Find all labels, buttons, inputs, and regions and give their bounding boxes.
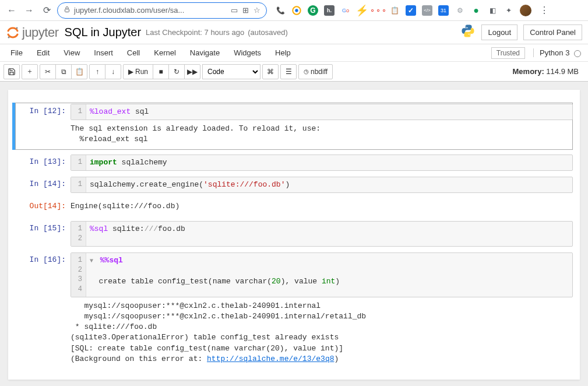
- menu-kernel[interactable]: Kernel: [147, 46, 183, 59]
- svg-point-5: [466, 26, 467, 27]
- input-prompt: In [14]:: [15, 177, 71, 193]
- code-cell[interactable]: In [14]: 1 sqlalchemy.create_engine('sql…: [15, 176, 573, 194]
- python-logo-icon: [460, 23, 476, 42]
- memory-indicator: Memory: 114.9 MB: [513, 67, 585, 76]
- notebook-container: In [12]: 1 %load_ext sql The sql extensi…: [0, 82, 588, 386]
- move-up-button[interactable]: ↑: [89, 64, 105, 79]
- logout-button[interactable]: Logout: [481, 24, 517, 40]
- table-of-contents-button[interactable]: ☰: [280, 64, 297, 79]
- notebook: In [12]: 1 %load_ext sql The sql extensi…: [8, 90, 580, 380]
- cell-output: The sql extension is already loaded. To …: [71, 120, 573, 148]
- menu-insert[interactable]: Insert: [87, 46, 120, 59]
- ext-icon-12[interactable]: ⚙: [455, 5, 465, 16]
- ext-icon-10[interactable]: </>: [422, 5, 432, 16]
- input-prompt: In [15]:: [15, 221, 71, 247]
- paste-button[interactable]: 📋: [71, 64, 87, 79]
- trusted-badge[interactable]: Trusted: [491, 47, 525, 59]
- line-gutter: 1: [71, 155, 86, 170]
- notebook-title[interactable]: SQL in Jupyter: [65, 26, 142, 39]
- ext-icon-2[interactable]: [291, 5, 302, 16]
- extension-icons: 📞 G h. Go ⚡ ⚬⚬⚬ 📋 ✓ </> 31 ⚙ ● ◧ ✦ ⋮: [275, 3, 551, 17]
- restart-button[interactable]: ↻: [168, 64, 185, 79]
- input-prompt: In [16]:: [15, 252, 71, 368]
- code-input[interactable]: 1 sqlalchemy.create_engine('sqlite:///fo…: [71, 177, 573, 193]
- ext-icon-3[interactable]: G: [308, 5, 318, 16]
- input-prompt: In [13]:: [15, 155, 71, 171]
- install-icon[interactable]: ⊞: [242, 6, 249, 15]
- ext-icon-11[interactable]: 31: [438, 5, 449, 16]
- line-gutter: 1 2: [71, 222, 86, 246]
- svg-point-2: [295, 9, 298, 12]
- cell-output: mysql://sqoopuser:***@cxln2.c.thelab-240…: [71, 297, 573, 368]
- copy-button[interactable]: ⧉: [55, 64, 72, 79]
- control-panel-button[interactable]: Control Panel: [523, 24, 582, 40]
- code-cell[interactable]: In [16]: 1 2 3 4 ▼ %%sql create table co…: [15, 251, 573, 369]
- browser-menu-icon[interactable]: ⋮: [537, 3, 551, 17]
- forward-button[interactable]: →: [22, 3, 36, 17]
- command-palette-button[interactable]: ⌘: [262, 64, 279, 79]
- extensions-menu-icon[interactable]: ✦: [504, 5, 514, 16]
- line-gutter: 1 2 3 4: [71, 253, 86, 297]
- ext-icon-4[interactable]: h.: [324, 5, 335, 16]
- jupyter-logo-icon: [6, 26, 20, 40]
- restart-run-all-button[interactable]: ▶▶: [184, 64, 200, 79]
- code-cell[interactable]: In [12]: 1 %load_ext sql The sql extensi…: [12, 103, 573, 150]
- code-input[interactable]: 1 2 %sql sqlite:///foo.db: [71, 221, 573, 247]
- translate-icon[interactable]: ▭: [231, 6, 238, 15]
- svg-point-3: [16, 27, 18, 29]
- ext-icon-5[interactable]: Go: [340, 5, 351, 16]
- add-cell-button[interactable]: ＋: [22, 64, 38, 79]
- menu-edit[interactable]: Edit: [30, 46, 57, 59]
- code-input[interactable]: 1 %load_ext sql: [71, 104, 573, 120]
- interrupt-button[interactable]: ■: [153, 64, 169, 79]
- line-gutter: 1: [71, 104, 86, 120]
- browser-toolbar: ← → ⟳ jupyter.f.cloudxlab.com/user/sa...…: [0, 0, 588, 21]
- lock-icon: [64, 6, 71, 15]
- cell-type-select[interactable]: Code: [202, 64, 260, 79]
- profile-avatar[interactable]: [520, 5, 531, 16]
- back-button[interactable]: ←: [5, 3, 19, 17]
- ext-icon-13[interactable]: ●: [471, 5, 481, 16]
- cut-button[interactable]: ✂: [40, 64, 56, 79]
- fold-arrow-icon[interactable]: ▼: [90, 257, 96, 265]
- reload-button[interactable]: ⟳: [40, 3, 54, 17]
- menu-file[interactable]: File: [3, 46, 30, 59]
- ext-icon-7[interactable]: ⚬⚬⚬: [373, 5, 383, 16]
- star-icon[interactable]: ☆: [253, 6, 260, 15]
- nbdiff-button[interactable]: ◷ nbdiff: [298, 64, 333, 79]
- autosave-text: (autosaved): [248, 28, 288, 37]
- menu-bar: File Edit View Insert Cell Kernel Naviga…: [0, 44, 588, 62]
- jupyter-header: jupyter SQL in Jupyter Last Checkpoint: …: [0, 21, 588, 44]
- menu-cell[interactable]: Cell: [120, 46, 147, 59]
- svg-point-4: [8, 36, 10, 38]
- ext-icon-8[interactable]: 📋: [389, 5, 400, 16]
- code-cell[interactable]: In [13]: 1 import sqlalchemy: [15, 153, 573, 172]
- ext-icon-6[interactable]: ⚡: [357, 5, 367, 16]
- code-input[interactable]: 1 import sqlalchemy: [71, 155, 573, 171]
- svg-point-6: [470, 35, 471, 36]
- error-doc-link[interactable]: http://sqlalche.me/e/13/e3q8: [207, 355, 334, 363]
- ext-icon-1[interactable]: 📞: [275, 5, 286, 16]
- jupyter-logo[interactable]: jupyter: [6, 25, 59, 40]
- svg-rect-0: [65, 9, 69, 12]
- menu-widgets[interactable]: Widgets: [227, 46, 268, 59]
- save-button[interactable]: [3, 64, 20, 79]
- cell-output: Engine(sqlite:///foo.db): [71, 199, 573, 215]
- code-cell[interactable]: In [15]: 1 2 %sql sqlite:///foo.db: [15, 220, 573, 248]
- input-prompt: In [12]:: [15, 104, 71, 149]
- checkpoint-text: Last Checkpoint: 7 hours ago: [146, 28, 244, 37]
- ext-icon-9[interactable]: ✓: [406, 5, 416, 16]
- line-gutter: 1: [71, 177, 86, 192]
- code-input[interactable]: 1 2 3 4 ▼ %%sql create table config_test…: [71, 252, 573, 297]
- toolbar: ＋ ✂ ⧉ 📋 ↑ ↓ ▶ Run ■ ↻ ▶▶ Code ⌘ ☰ ◷ nbdi…: [0, 62, 588, 82]
- run-button[interactable]: ▶ Run: [123, 64, 153, 79]
- output-prompt: Out[14]:: [15, 199, 71, 215]
- kernel-status-icon: [574, 50, 581, 57]
- menu-help[interactable]: Help: [268, 46, 298, 59]
- ext-icon-14[interactable]: ◧: [487, 5, 498, 16]
- menu-navigate[interactable]: Navigate: [183, 46, 227, 59]
- menu-view[interactable]: View: [57, 46, 87, 59]
- address-bar[interactable]: jupyter.f.cloudxlab.com/user/sa... ▭ ⊞ ☆: [57, 2, 267, 19]
- move-down-button[interactable]: ↓: [105, 64, 121, 79]
- kernel-indicator[interactable]: Python 3: [533, 48, 581, 57]
